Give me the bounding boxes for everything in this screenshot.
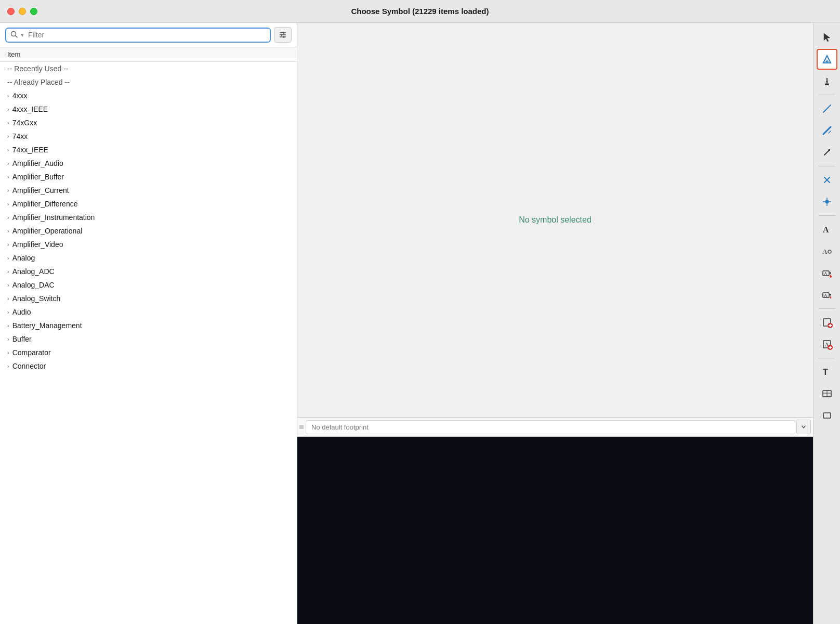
- titlebar: Choose Symbol (21229 items loaded): [0, 0, 840, 23]
- svg-marker-38: [830, 297, 832, 298]
- add-field-button[interactable]: A: [817, 334, 837, 355]
- svg-text:T: T: [823, 368, 828, 376]
- chevron-icon: ›: [7, 241, 9, 248]
- toolbar-divider-3: [819, 215, 835, 216]
- minimize-button[interactable]: [19, 8, 26, 15]
- close-button[interactable]: [7, 8, 15, 15]
- list-item[interactable]: ›74xx_IEEE: [0, 143, 297, 157]
- chevron-icon: ›: [7, 295, 9, 302]
- list-item[interactable]: -- Already Placed --: [0, 75, 297, 89]
- list-item[interactable]: ›4xxx: [0, 89, 297, 102]
- add-power-button[interactable]: [817, 71, 837, 92]
- list-item-label: Analog: [12, 254, 35, 262]
- search-input[interactable]: [28, 31, 266, 39]
- list-item[interactable]: ›Audio: [0, 305, 297, 319]
- svg-line-1: [16, 35, 18, 37]
- chevron-icon: ›: [7, 160, 9, 166]
- text-tool-button[interactable]: T: [817, 361, 837, 382]
- list-item-label: Amplifier_Difference: [12, 200, 78, 208]
- toolbar-divider-4: [819, 308, 835, 309]
- list-item-label: -- Already Placed --: [7, 78, 70, 86]
- black-preview-area: [297, 437, 813, 624]
- maximize-button[interactable]: [30, 8, 37, 15]
- list-item[interactable]: ›Analog_DAC: [0, 278, 297, 292]
- list-item-label: Amplifier_Buffer: [12, 173, 64, 181]
- list-item-label: Amplifier_Video: [12, 240, 63, 249]
- list-item-label: Buffer: [12, 335, 32, 343]
- list-item-label: Audio: [12, 308, 31, 316]
- svg-point-32: [830, 276, 832, 278]
- svg-line-15: [823, 105, 831, 112]
- list-item[interactable]: ›Amplifier_Video: [0, 238, 297, 251]
- svg-text:A: A: [823, 225, 829, 234]
- list-item-label: 74xGxx: [12, 119, 37, 127]
- list-item-label: Comparator: [12, 348, 51, 357]
- rectangle-button[interactable]: [817, 405, 837, 426]
- svg-text:A: A: [824, 271, 828, 276]
- table-button[interactable]: [817, 383, 837, 404]
- footprint-area: [297, 417, 813, 624]
- svg-point-26: [828, 250, 831, 253]
- list-item[interactable]: ›Connector: [0, 359, 297, 373]
- svg-line-16: [823, 127, 831, 134]
- symbol-list[interactable]: -- Recently Used ---- Already Placed --›…: [0, 62, 297, 624]
- toolbar-divider-1: [819, 95, 835, 95]
- list-item-label: 4xxx: [12, 92, 28, 100]
- traffic-lights: [7, 8, 37, 15]
- list-item[interactable]: ›Amplifier_Instrumentation: [0, 211, 297, 224]
- chevron-icon: ›: [7, 309, 9, 315]
- cursor-tool-button[interactable]: [817, 27, 837, 48]
- add-symbol-button[interactable]: [817, 49, 837, 70]
- list-item[interactable]: ›Analog: [0, 251, 297, 265]
- bus-tool-button[interactable]: [817, 120, 837, 141]
- toolbar-divider-5: [819, 358, 835, 358]
- list-item[interactable]: ›74xGxx: [0, 116, 297, 129]
- chevron-icon: ›: [7, 106, 9, 112]
- toolbar-divider-2: [819, 166, 835, 166]
- search-bar: ▾: [0, 23, 297, 47]
- wire-entry-button[interactable]: [817, 142, 837, 163]
- text-button[interactable]: A: [817, 219, 837, 240]
- chevron-icon: ›: [7, 282, 9, 288]
- list-item-label: Amplifier_Audio: [12, 159, 63, 167]
- hierarchical-label-button[interactable]: A: [817, 284, 837, 305]
- list-item[interactable]: ›Amplifier_Buffer: [0, 170, 297, 184]
- svg-marker-30: [830, 272, 831, 274]
- no-connect-button[interactable]: [817, 170, 837, 190]
- list-item[interactable]: ›4xxx_IEEE: [0, 102, 297, 116]
- svg-marker-36: [830, 294, 831, 296]
- list-item[interactable]: ›Comparator: [0, 346, 297, 359]
- list-item[interactable]: ›Amplifier_Difference: [0, 197, 297, 211]
- list-item-label: Battery_Management: [12, 321, 82, 330]
- list-item[interactable]: ›Amplifier_Audio: [0, 157, 297, 170]
- svg-text:A: A: [824, 293, 828, 298]
- chevron-icon: ›: [7, 93, 9, 99]
- list-item[interactable]: ›Analog_Switch: [0, 292, 297, 305]
- list-item[interactable]: ›Analog_ADC: [0, 265, 297, 278]
- list-item[interactable]: ›Buffer: [0, 332, 297, 346]
- global-label-button[interactable]: A: [817, 263, 837, 283]
- list-item-label: Amplifier_Current: [12, 186, 69, 194]
- list-item[interactable]: ›Amplifier_Operational: [0, 224, 297, 238]
- chevron-icon: ›: [7, 322, 9, 329]
- main-layout: ▾ Item -- Recently Used ---- Already Pla…: [0, 23, 840, 624]
- search-filter-icon: ▾: [21, 32, 24, 38]
- net-label-button[interactable]: A: [817, 241, 837, 262]
- add-sheet-button[interactable]: [817, 312, 837, 333]
- list-item-label: Amplifier_Instrumentation: [12, 213, 95, 222]
- list-item[interactable]: ›Battery_Management: [0, 319, 297, 332]
- list-item[interactable]: ›74xx: [0, 129, 297, 143]
- chevron-icon: ›: [7, 147, 9, 153]
- chevron-icon: ›: [7, 187, 9, 193]
- left-panel: ▾ Item -- Recently Used ---- Already Pla…: [0, 23, 297, 624]
- list-item[interactable]: ›Amplifier_Current: [0, 184, 297, 197]
- junction-button[interactable]: [817, 191, 837, 212]
- footprint-dropdown-button[interactable]: [796, 420, 811, 434]
- chevron-icon: ›: [7, 255, 9, 261]
- list-item[interactable]: -- Recently Used --: [0, 62, 297, 75]
- footprint-input[interactable]: [306, 420, 795, 434]
- filter-options-button[interactable]: [274, 27, 292, 43]
- chevron-icon: ›: [7, 174, 9, 180]
- wire-tool-button[interactable]: [817, 98, 837, 119]
- svg-text:A: A: [822, 248, 828, 255]
